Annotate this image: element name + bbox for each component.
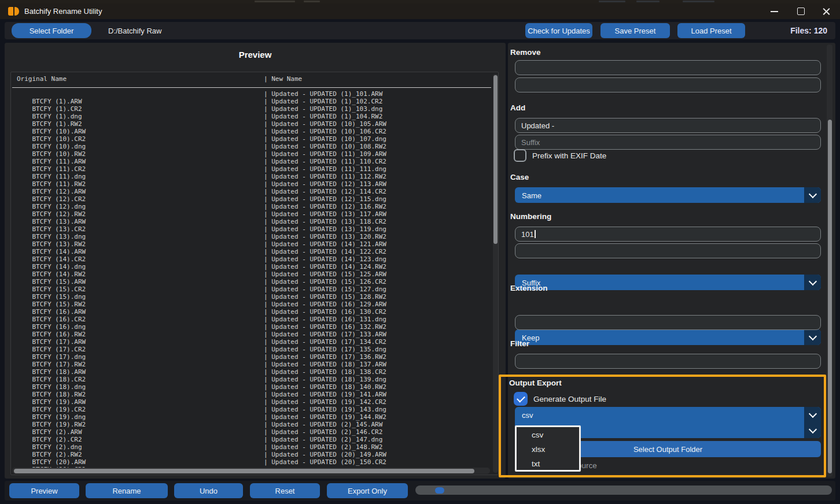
new-name-cell: | Updated - UPDATED (13)_118.CR2 [264, 218, 386, 225]
table-row: BTCFY (14).ARW | Updated - UPDATED (14)_… [17, 240, 491, 248]
new-name-cell: | Updated - UPDATED (16)_130.CR2 [264, 308, 386, 316]
titlebar: Batchify Rename Utility [0, 3, 840, 19]
new-name-cell: | Updated - UPDATED (10)_105.ARW [264, 120, 386, 128]
minimize-button[interactable] [764, 3, 784, 19]
table-row: BTCFY (15).ARW | Updated - UPDATED (15)_… [17, 270, 491, 278]
table-row: BTCFY (14).CR2 | Updated - UPDATED (14)_… [17, 248, 491, 255]
case-section-label: Case [510, 173, 529, 181]
filter-input[interactable] [515, 354, 821, 369]
case-dropdown[interactable]: Same [515, 187, 821, 203]
preview-title: Preview [5, 50, 506, 60]
numbering-mode-dropdown[interactable]: Suffix [515, 275, 821, 290]
table-row: BTCFY (19).dng | Updated - UPDATED (19)_… [17, 406, 491, 413]
add-prefix-input[interactable] [515, 118, 821, 133]
new-name-cell: | Updated - UPDATED (11)_110.CR2 [264, 158, 386, 165]
minimize-icon [771, 11, 778, 12]
new-name-cell: | Updated - UPDATED (17)_136.RW2 [264, 353, 386, 361]
undo-button[interactable]: Undo [174, 483, 243, 498]
new-name-cell: | Updated - UPDATED (14)_122.CR2 [264, 248, 386, 255]
filter-section-label: Filter [510, 339, 529, 348]
reset-button[interactable]: Reset [250, 483, 320, 498]
table-row: BTCFY (15).CR2 | Updated - UPDATED (15)_… [17, 278, 491, 286]
rename-options-panel: Remove Add Prefix with EXIF Date Case Sa… [508, 43, 835, 479]
remove-input-2[interactable] [515, 77, 821, 92]
new-name-cell: | Updated - UPDATED (11)_111.dng [264, 165, 386, 173]
new-name-cell: | Updated - UPDATED (16)_131.dng [264, 316, 386, 323]
vertical-scrollbar[interactable] [493, 74, 498, 473]
output-format-value: csv [522, 411, 533, 420]
table-row: BTCFY (16).CR2 | Updated - UPDATED (16)_… [17, 308, 491, 316]
add-suffix-input[interactable] [515, 135, 821, 150]
maximize-button[interactable] [791, 3, 810, 19]
table-row: BTCFY (13).ARW | Updated - UPDATED (13)_… [17, 210, 491, 218]
new-name-cell: | Updated - UPDATED (13)_117.ARW [264, 210, 386, 218]
table-row: BTCFY (19).CR2 | Updated - UPDATED (19)_… [17, 398, 491, 406]
new-name-cell: | Updated - UPDATED (15)_127.dng [264, 286, 386, 293]
table-row: BTCFY (11).RW2 | Updated - UPDATED (11)_… [17, 173, 491, 180]
prefix-exif-label: Prefix with EXIF Date [532, 151, 606, 160]
new-name-cell: | Updated - UPDATED (2)_145.ARW [264, 421, 382, 428]
files-count: Files: 120 [790, 26, 827, 35]
table-row: BTCFY (15).RW2 | Updated - UPDATED (15)_… [17, 293, 491, 301]
new-name-cell: | Updated - UPDATED (15)_125.ARW [264, 270, 386, 278]
window-title: Batchify Rename Utility [24, 7, 102, 16]
select-folder-button[interactable]: Select Folder [12, 23, 91, 38]
table-row: BTCFY (10).RW2 | Updated - UPDATED (10)_… [17, 143, 491, 150]
new-name-cell: | Updated - UPDATED (18)_139.dng [264, 376, 386, 383]
table-row: BTCFY (20).CR2 | Updated - UPDATED (20)_… [17, 458, 491, 466]
new-name-cell: | Updated - UPDATED (11)_112.RW2 [264, 173, 386, 180]
new-name-cell: | Updated - UPDATED (18)_138.CR2 [264, 368, 386, 376]
table-row: BTCFY (11).CR2 | Updated - UPDATED (11)_… [17, 158, 491, 165]
format-option-csv[interactable]: csv [532, 431, 543, 439]
table-row: BTCFY (15).dng | Updated - UPDATED (15)_… [17, 286, 491, 293]
table-row: BTCFY (12).dng | Updated - UPDATED (12)_… [17, 195, 491, 203]
format-option-txt[interactable]: txt [532, 459, 540, 468]
check-icon [517, 394, 525, 402]
format-options-popup: csv xlsx txt [515, 425, 581, 472]
export-only-button[interactable]: Export Only [327, 483, 408, 498]
output-export-label: Output Export [509, 379, 562, 387]
column-header-new: | New Name [264, 75, 302, 83]
close-button[interactable] [816, 3, 836, 19]
new-name-cell: | Updated - UPDATED (16)_129.ARW [264, 301, 386, 308]
prefix-exif-checkbox[interactable] [514, 149, 526, 162]
panel-scrollbar-thumb[interactable] [828, 120, 832, 473]
table-row: BTCFY (16).ARW | Updated - UPDATED (16)_… [17, 301, 491, 308]
new-name-cell: | Updated - UPDATED (2)_148.RW2 [264, 443, 382, 451]
background-fragment [304, 1, 320, 2]
case-dropdown-value: Same [522, 191, 541, 199]
new-name-cell: | Updated - UPDATED (10)_107.dng [264, 135, 386, 143]
new-name-cell: | Updated - UPDATED (2)_146.CR2 [264, 428, 382, 436]
preview-button[interactable]: Preview [9, 483, 79, 498]
app-window: Batchify Rename Utility Select Folder D:… [0, 0, 840, 504]
rename-button[interactable]: Rename [86, 483, 168, 498]
table-row: BTCFY (10).ARW | Updated - UPDATED (10)_… [17, 120, 491, 128]
progress-bar [415, 486, 832, 495]
table-row: BTCFY (1).RW2 | Updated - UPDATED (1)_10… [17, 113, 491, 120]
extension-mode-dropdown[interactable]: Keep [515, 329, 821, 345]
horizontal-scrollbar-thumb[interactable] [14, 469, 474, 473]
numbering-start-input[interactable] [515, 227, 821, 242]
vertical-scrollbar-thumb[interactable] [493, 75, 498, 244]
generate-output-checkbox[interactable] [514, 392, 528, 406]
background-fragment [599, 1, 625, 2]
new-name-cell: | Updated - UPDATED (12)_116.RW2 [264, 203, 386, 210]
table-row: BTCFY (12).CR2 | Updated - UPDATED (12)_… [17, 188, 491, 195]
check-for-updates-button[interactable]: Check for Updates [525, 23, 592, 38]
horizontal-scrollbar[interactable] [12, 468, 490, 474]
format-option-xlsx[interactable]: xlsx [532, 445, 545, 454]
table-row: BTCFY (16).dng | Updated - UPDATED (16)_… [17, 316, 491, 323]
new-name-cell: | Updated - UPDATED (19)_143.dng [264, 406, 386, 413]
extension-custom-input[interactable] [515, 315, 821, 330]
new-name-cell: | Updated - UPDATED (2)_147.dng [264, 436, 382, 443]
maximize-icon [797, 8, 805, 15]
numbering-pad-input[interactable] [515, 243, 821, 258]
table-row: BTCFY (17).CR2 | Updated - UPDATED (17)_… [17, 338, 491, 346]
panel-scrollbar[interactable] [827, 45, 832, 477]
background-fragment [683, 1, 714, 2]
remove-input-1[interactable] [515, 60, 821, 75]
load-preset-button[interactable]: Load Preset [677, 23, 745, 38]
file-rows: BTCFY (1).ARW | Updated - UPDATED (1)_10… [17, 90, 491, 466]
table-row: BTCFY (1).CR2 | Updated - UPDATED (1)_10… [17, 98, 491, 105]
save-preset-button[interactable]: Save Preset [600, 23, 670, 38]
